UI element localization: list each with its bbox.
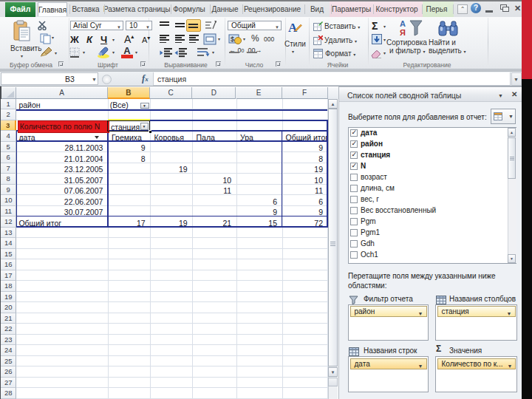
svg-text:A: A: [288, 21, 298, 35]
svg-text:Я: Я: [400, 28, 406, 37]
svg-text:А: А: [400, 19, 406, 28]
svg-text:$: $: [231, 35, 234, 43]
